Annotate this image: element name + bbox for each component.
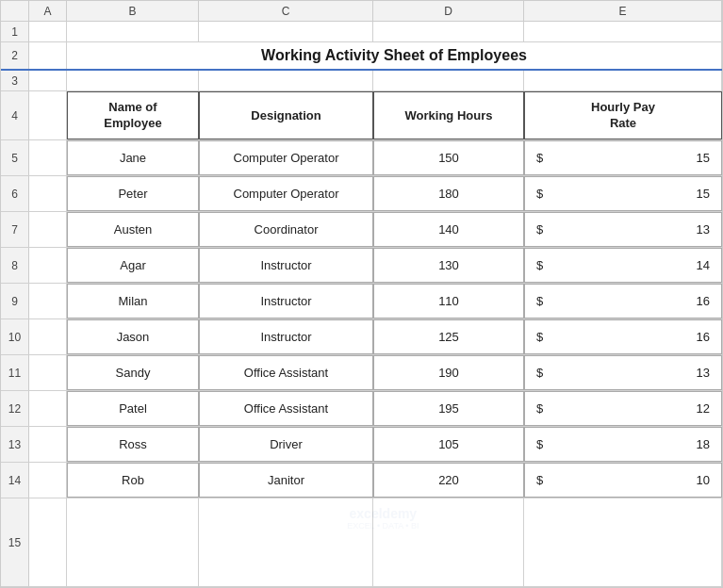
cell-15a[interactable] [29,498,67,586]
row-num-5: 5 [1,140,29,175]
cell-designation-0[interactable]: Computer Operator [199,140,373,175]
cell-3d[interactable] [373,71,524,90]
dollar-sign-9: $ [536,473,543,487]
cell-name-3[interactable]: Agar [67,248,199,283]
cell-name-0[interactable]: Jane [67,140,199,175]
cell-pay-1[interactable]: $ 15 [524,176,722,211]
cell-4a[interactable] [29,91,67,139]
cell-15c[interactable] [199,498,373,586]
cell-3c[interactable] [199,71,373,90]
cell-pay-3[interactable]: $ 14 [524,248,722,283]
cell-hours-4[interactable]: 110 [373,284,524,318]
row-num-15: 15 [1,498,29,586]
col-header-d[interactable]: D [373,1,524,21]
cell-3b[interactable] [67,71,199,90]
row-num-14: 14 [1,463,29,498]
row-6: 6 Peter Computer Operator 180 $ 15 [1,176,722,212]
cell-hours-7[interactable]: 195 [373,391,524,426]
header-designation: Designation [199,91,373,139]
cell-9a[interactable] [29,284,67,318]
cell-pay-4[interactable]: $ 16 [524,284,722,318]
row-4-headers: 4 Name ofEmployee Designation Working Ho… [1,91,722,140]
dollar-sign-6: $ [536,366,543,380]
cell-1e[interactable] [524,22,722,41]
cell-5a[interactable] [29,140,67,175]
cell-13a[interactable] [29,427,67,462]
col-header-a[interactable]: A [29,1,67,21]
row-10: 10 Jason Instructor 125 $ 16 [1,319,722,355]
rows-area: 1 2 Working Activity Sheet of Employees … [1,22,722,587]
cell-2a[interactable] [29,42,67,69]
cell-designation-4[interactable]: Instructor [199,284,373,318]
row-num-12: 12 [1,391,29,426]
cell-pay-5[interactable]: $ 16 [524,319,722,354]
cell-hours-0[interactable]: 150 [373,140,524,175]
cell-15b[interactable] [67,498,199,586]
cell-pay-8[interactable]: $ 18 [524,427,722,462]
cell-name-4[interactable]: Milan [67,284,199,318]
cell-name-1[interactable]: Peter [67,176,199,211]
column-header-row: A B C D E [1,1,722,22]
cell-3e[interactable] [524,71,722,90]
cell-hours-6[interactable]: 190 [373,355,524,390]
row-num-3: 3 [1,71,29,90]
cell-designation-6[interactable]: Office Assistant [199,355,373,390]
row-9: 9 Milan Instructor 110 $ 16 [1,284,722,319]
row-num-9: 9 [1,284,29,318]
cell-pay-0[interactable]: $ 15 [524,140,722,175]
cell-1c[interactable] [199,22,373,41]
cell-7a[interactable] [29,212,67,247]
cell-designation-8[interactable]: Driver [199,427,373,462]
cell-designation-7[interactable]: Office Assistant [199,391,373,426]
cell-1d[interactable] [373,22,524,41]
cell-designation-5[interactable]: Instructor [199,319,373,354]
cell-name-2[interactable]: Austen [67,212,199,247]
cell-8a[interactable] [29,248,67,283]
cell-designation-2[interactable]: Coordinator [199,212,373,247]
cell-10a[interactable] [29,319,67,354]
col-header-c[interactable]: C [199,1,373,21]
cell-1b[interactable] [67,22,199,41]
cell-designation-3[interactable]: Instructor [199,248,373,283]
header-working-hours: Working Hours [373,91,524,139]
row-num-1: 1 [1,22,29,41]
cell-6a[interactable] [29,176,67,211]
cell-name-9[interactable]: Rob [67,463,199,498]
cell-15e[interactable] [524,498,722,586]
cell-11a[interactable] [29,355,67,390]
header-name: Name ofEmployee [67,91,199,139]
cell-pay-2[interactable]: $ 13 [524,212,722,247]
cell-hours-1[interactable]: 180 [373,176,524,211]
col-header-e[interactable]: E [524,1,722,21]
pay-value-9: 10 [697,473,710,487]
row-5: 5 Jane Computer Operator 150 $ 15 [1,140,722,176]
cell-name-6[interactable]: Sandy [67,355,199,390]
cell-pay-9[interactable]: $ 10 [524,463,722,498]
cell-designation-9[interactable]: Janitor [199,463,373,498]
cell-3a[interactable] [29,71,67,90]
cell-hours-5[interactable]: 125 [373,319,524,354]
header-hourly-pay: Hourly PayRate [524,91,722,139]
cell-12a[interactable] [29,391,67,426]
cell-name-8[interactable]: Ross [67,427,199,462]
pay-value-7: 12 [697,401,710,416]
row-15: 15 [1,498,722,587]
cell-designation-1[interactable]: Computer Operator [199,176,373,211]
cell-pay-7[interactable]: $ 12 [524,391,722,426]
dollar-sign-1: $ [536,187,543,201]
cell-hours-2[interactable]: 140 [373,212,524,247]
col-header-b[interactable]: B [67,1,199,21]
cell-name-7[interactable]: Patel [67,391,199,426]
cell-15d[interactable] [373,498,524,586]
cell-hours-9[interactable]: 220 [373,463,524,498]
cell-hours-3[interactable]: 130 [373,248,524,283]
cell-name-5[interactable]: Jason [67,319,199,354]
cell-1a[interactable] [29,22,67,41]
cell-hours-8[interactable]: 105 [373,427,524,462]
row-num-11: 11 [1,355,29,390]
cell-pay-6[interactable]: $ 13 [524,355,722,390]
dollar-sign-4: $ [536,294,543,308]
row-13: 13 Ross Driver 105 $ 18 [1,427,722,463]
row-num-13: 13 [1,427,29,462]
cell-14a[interactable] [29,463,67,498]
